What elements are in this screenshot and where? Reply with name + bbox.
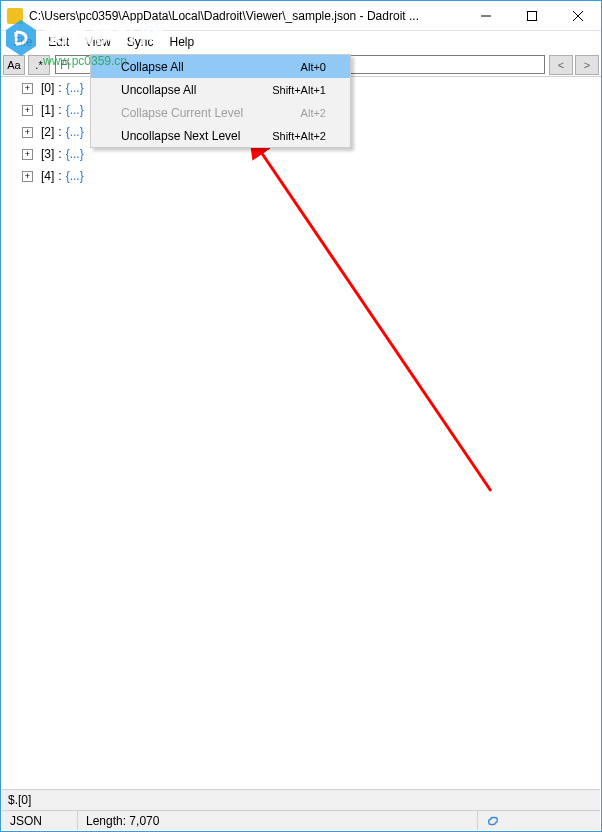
tree-colon: : xyxy=(58,147,61,161)
tree-value: {...} xyxy=(66,125,84,139)
tree-value: {...} xyxy=(66,147,84,161)
ctx-label: Uncollapse Next Level xyxy=(121,129,272,143)
expand-icon[interactable]: + xyxy=(22,149,33,160)
tree-colon: : xyxy=(58,103,61,117)
close-icon xyxy=(573,11,583,21)
titlebar: C:\Users\pc0359\AppData\Local\Dadroit\Vi… xyxy=(1,1,601,31)
tree-key: [0] xyxy=(41,81,54,95)
status-link xyxy=(478,811,600,830)
menu-edit[interactable]: Edit xyxy=(40,33,77,51)
ctx-label: Collapse Current Level xyxy=(121,106,301,120)
status-path-bar: $.[0] xyxy=(2,789,600,810)
ctx-label: Uncollapse All xyxy=(121,83,272,97)
maximize-icon xyxy=(527,11,537,21)
tree-value: {...} xyxy=(66,81,84,95)
menu-sync[interactable]: Sync xyxy=(119,33,162,51)
window-title: C:\Users\pc0359\AppData\Local\Dadroit\Vi… xyxy=(29,9,463,23)
tree-value: {...} xyxy=(66,103,84,117)
regex-button[interactable]: .* xyxy=(28,55,50,75)
nav-group: < > xyxy=(549,55,599,75)
tree-colon: : xyxy=(58,169,61,183)
prev-button[interactable]: < xyxy=(549,55,573,75)
expand-icon[interactable]: + xyxy=(22,171,33,182)
ctx-shortcut: Shift+Alt+1 xyxy=(272,84,326,96)
ctx-shortcut: Alt+2 xyxy=(301,107,326,119)
menu-help[interactable]: Help xyxy=(162,33,203,51)
status-type: JSON xyxy=(2,811,78,830)
svg-rect-1 xyxy=(528,11,537,20)
menubar: File Edit View Sync Help xyxy=(1,31,601,53)
minimize-button[interactable] xyxy=(463,1,509,31)
next-button[interactable]: > xyxy=(575,55,599,75)
tree-key: [4] xyxy=(41,169,54,183)
menu-file[interactable]: File xyxy=(5,33,40,51)
status-bar: JSON Length: 7,070 xyxy=(2,810,600,830)
app-icon xyxy=(7,8,23,24)
context-menu: Collapse All Alt+0 Uncollapse All Shift+… xyxy=(90,54,351,148)
tree-key: [1] xyxy=(41,103,54,117)
tree-colon: : xyxy=(58,81,61,95)
ctx-shortcut: Shift+Alt+2 xyxy=(272,130,326,142)
ctx-collapse-current: Collapse Current Level Alt+2 xyxy=(91,101,350,124)
case-sensitive-button[interactable]: Aa xyxy=(3,55,25,75)
link-icon xyxy=(486,814,500,828)
ctx-collapse-all[interactable]: Collapse All Alt+0 xyxy=(91,55,350,78)
tree-key: [3] xyxy=(41,147,54,161)
menu-view[interactable]: View xyxy=(77,33,119,51)
minimize-icon xyxy=(481,11,491,21)
tree-value: {...} xyxy=(66,169,84,183)
ctx-shortcut: Alt+0 xyxy=(301,61,326,73)
tree-view[interactable]: + [0] : {...} + [1] : {...} + [2] : {...… xyxy=(2,77,600,789)
expand-icon[interactable]: + xyxy=(22,105,33,116)
close-button[interactable] xyxy=(555,1,601,31)
status-length: Length: 7,070 xyxy=(78,811,478,830)
tree-row[interactable]: + [4] : {...} xyxy=(2,165,600,187)
window-controls xyxy=(463,1,601,31)
tree-key: [2] xyxy=(41,125,54,139)
expand-icon[interactable]: + xyxy=(22,127,33,138)
ctx-uncollapse-all[interactable]: Uncollapse All Shift+Alt+1 xyxy=(91,78,350,101)
json-path: $.[0] xyxy=(8,793,31,807)
maximize-button[interactable] xyxy=(509,1,555,31)
ctx-label: Collapse All xyxy=(121,60,301,74)
ctx-uncollapse-next[interactable]: Uncollapse Next Level Shift+Alt+2 xyxy=(91,124,350,147)
tree-colon: : xyxy=(58,125,61,139)
expand-icon[interactable]: + xyxy=(22,83,33,94)
